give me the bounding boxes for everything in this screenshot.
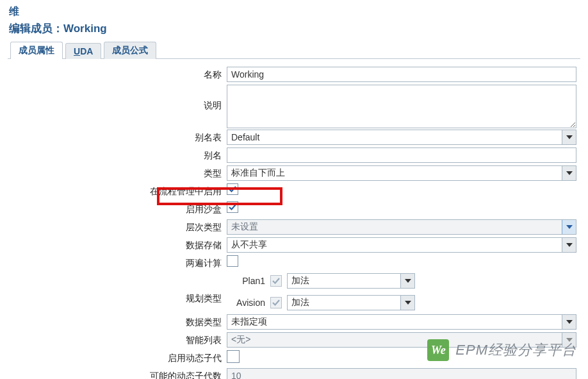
tab-member-properties[interactable]: 成员属性 <box>10 42 63 59</box>
select-data-store-value: 从不共享 <box>231 239 267 251</box>
plan1-label: Plan1 <box>227 276 265 286</box>
checkbox-plan1 <box>270 275 282 287</box>
select-alias-table-value: Default <box>231 132 259 142</box>
watermark-text: EPM经验分享平台 <box>455 341 576 360</box>
chevron-down-icon <box>562 238 576 252</box>
breadcrumb: 维 <box>9 5 580 19</box>
select-plan2-op[interactable]: 加法 <box>287 295 415 310</box>
tab-uda-u: U <box>74 46 80 56</box>
select-smartlist-value: <无> <box>231 334 250 346</box>
select-data-type-value: 未指定项 <box>231 316 267 328</box>
checkbox-plan2 <box>270 297 282 308</box>
checkbox-dyn-child[interactable] <box>227 350 240 363</box>
chevron-down-icon <box>562 315 576 329</box>
tab-uda-rest: DA <box>80 46 93 56</box>
chevron-down-icon <box>562 166 576 180</box>
label-sandbox: 启用沙盒 <box>12 201 227 215</box>
select-plan1-op-value: 加法 <box>291 275 309 287</box>
label-desc: 说明 <box>12 85 227 112</box>
label-type: 类型 <box>12 165 227 180</box>
tab-uda[interactable]: UDA <box>65 43 101 59</box>
select-plan1-op[interactable]: 加法 <box>287 273 415 289</box>
chevron-down-icon <box>400 274 414 288</box>
chevron-down-icon <box>400 296 414 310</box>
label-name: 名称 <box>12 67 227 81</box>
checkbox-sandbox[interactable] <box>227 201 238 213</box>
heading-prefix: 编辑成员： <box>9 22 63 35</box>
checkbox-pm-enable[interactable] <box>227 183 238 195</box>
select-hier-type-value: 未设置 <box>231 221 258 233</box>
tab-bar: 成员属性 UDA 成员公式 <box>8 41 580 59</box>
label-data-type: 数据类型 <box>12 314 227 328</box>
label-dyn-child: 启用动态子代 <box>12 350 227 364</box>
form: 名称 说明 别名表 Default 别名 类型 标准自下而上 在流程管理中启用 … <box>8 59 580 379</box>
heading-value: Working <box>63 22 107 35</box>
input-alias[interactable] <box>227 147 576 163</box>
select-plan2-op-value: 加法 <box>291 297 309 308</box>
label-hier-type: 层次类型 <box>12 219 227 233</box>
label-smartlist: 智能列表 <box>12 332 227 346</box>
label-alias-table: 别名表 <box>12 130 227 144</box>
checkbox-two-pass[interactable] <box>227 255 238 267</box>
select-data-store[interactable]: 从不共享 <box>227 237 576 253</box>
select-hier-type[interactable]: 未设置 <box>227 219 576 235</box>
tab-member-formula[interactable]: 成员公式 <box>104 42 156 59</box>
label-pm-enable: 在流程管理中启用 <box>12 183 227 198</box>
input-dyn-child-cnt: 10 <box>227 368 576 379</box>
label-alias: 别名 <box>12 147 227 162</box>
textarea-desc[interactable] <box>227 85 576 128</box>
select-data-type[interactable]: 未指定项 <box>227 314 576 330</box>
label-two-pass: 两遍计算 <box>12 255 227 269</box>
label-data-store: 数据存储 <box>12 237 227 251</box>
chevron-down-icon <box>562 130 576 144</box>
wechat-icon: We <box>427 339 449 361</box>
label-dyn-child-cnt: 可能的动态子代数 <box>12 368 227 379</box>
watermark: We EPM经验分享平台 <box>427 339 576 361</box>
plan2-label: Avision <box>227 298 265 308</box>
chevron-down-icon <box>562 220 576 234</box>
page-title: 编辑成员：Working <box>9 21 580 36</box>
input-name[interactable] <box>227 67 576 82</box>
select-alias-table[interactable]: Default <box>227 130 576 145</box>
select-type-value: 标准自下而上 <box>231 167 285 179</box>
select-type[interactable]: 标准自下而上 <box>227 165 576 181</box>
label-plan-type: 规划类型 <box>12 282 227 305</box>
